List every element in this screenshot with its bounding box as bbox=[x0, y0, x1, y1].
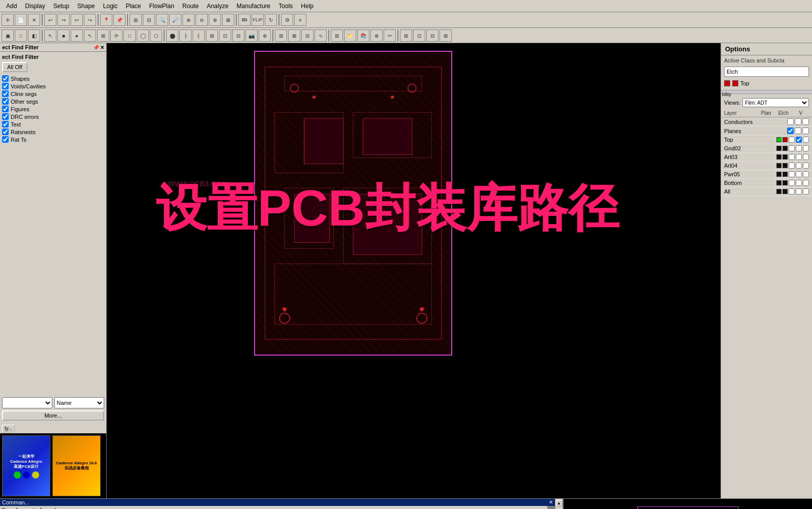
console-content[interactable]: No element found.last pick: 2615.000 189… bbox=[0, 506, 547, 509]
menu-tools[interactable]: Tools bbox=[274, 2, 297, 11]
toolbar2-btn-26[interactable]: 📚 bbox=[357, 29, 369, 42]
checkbox-drc errors[interactable] bbox=[2, 113, 9, 120]
more-button[interactable]: More... bbox=[2, 410, 104, 421]
all-off-button[interactable]: All Off bbox=[2, 62, 27, 72]
menu-add[interactable]: Add bbox=[2, 2, 21, 11]
toolbar2-btn-23[interactable]: ∿ bbox=[315, 29, 327, 42]
toolbar-btn-layers[interactable]: ≡ bbox=[294, 14, 306, 26]
layer-plan-check-pwr05[interactable] bbox=[789, 171, 795, 177]
layer-etch-check-all[interactable] bbox=[796, 188, 802, 195]
filter-dropdown-1[interactable] bbox=[2, 397, 52, 408]
toolbar2-btn-21[interactable]: ⊠ bbox=[288, 29, 300, 42]
checkbox-shapes[interactable] bbox=[2, 75, 9, 82]
toolbar2-btn-27[interactable]: ⊗ bbox=[370, 29, 383, 42]
menu-shape[interactable]: Shape bbox=[73, 2, 99, 11]
toolbar2-btn-29[interactable]: ⊞ bbox=[400, 29, 412, 42]
toolbar2-btn-19[interactable]: ⊕ bbox=[259, 29, 271, 42]
toolbar-btn-settings[interactable]: ⚙ bbox=[281, 14, 293, 26]
menu-manufacture[interactable]: Manufacture bbox=[233, 2, 275, 11]
layer-v-check-art03[interactable] bbox=[803, 154, 809, 160]
layer-etch-check-pwr05[interactable] bbox=[796, 171, 802, 177]
checkbox-ratsnests[interactable] bbox=[2, 129, 9, 135]
toolbar-btn-redo[interactable]: ↪ bbox=[57, 14, 70, 26]
panel-pin-btn[interactable]: 📌 bbox=[93, 45, 99, 50]
toolbar2-btn-cursor[interactable]: ↖ bbox=[84, 29, 96, 42]
toolbar-btn-move[interactable]: ✛ bbox=[2, 14, 14, 26]
toolbar-btn-3d[interactable]: 3D bbox=[238, 14, 251, 26]
toolbar2-btn-3[interactable]: ◧ bbox=[28, 29, 40, 42]
toolbar-btn-pin2[interactable]: 📌 bbox=[113, 14, 126, 26]
console-scrollbar[interactable] bbox=[547, 506, 555, 509]
toolbar2-btn-20[interactable]: ⊞ bbox=[275, 29, 287, 42]
menu-help[interactable]: Help bbox=[297, 2, 318, 11]
side-btn-up[interactable]: ▲ bbox=[556, 500, 563, 506]
conductors-plan-check[interactable] bbox=[787, 118, 794, 125]
layer-etch-check-gnd02[interactable] bbox=[796, 145, 802, 151]
toolbar2-btn-6[interactable]: ● bbox=[71, 29, 83, 42]
layer-plan-check-art03[interactable] bbox=[789, 154, 795, 160]
toolbar2-btn-5[interactable]: ■ bbox=[57, 29, 70, 42]
find-ty-button[interactable]: ty... bbox=[2, 425, 15, 432]
toolbar-btn-zoom-world[interactable]: ⊗ bbox=[209, 14, 221, 26]
checkbox-rat ts[interactable] bbox=[2, 136, 9, 143]
toolbar-btn-zoom-in[interactable]: 🔍 bbox=[156, 14, 168, 26]
toolbar2-btn-4[interactable]: ↖ bbox=[44, 29, 56, 42]
toolbar-btn-new[interactable]: 📄 bbox=[15, 14, 27, 26]
checkbox-cline segs[interactable] bbox=[2, 90, 9, 97]
toolbar2-btn-7[interactable]: ⊞ bbox=[97, 29, 109, 42]
toolbar2-btn-25[interactable]: 📁 bbox=[344, 29, 356, 42]
toolbar2-btn-10[interactable]: ◯ bbox=[137, 29, 149, 42]
checkbox-voids-cavities[interactable] bbox=[2, 83, 9, 89]
layer-plan-check-gnd02[interactable] bbox=[789, 145, 795, 151]
panel-close-btn[interactable]: ✕ bbox=[100, 45, 104, 50]
toolbar2-btn-30[interactable]: ⊡ bbox=[413, 29, 425, 42]
layer-plan-check-art04[interactable] bbox=[789, 163, 795, 169]
filter-dropdown-name[interactable]: Name bbox=[54, 397, 105, 408]
toolbar-btn-flip[interactable]: FLIP bbox=[252, 14, 264, 26]
toolbar2-btn-15[interactable]: ⊞ bbox=[206, 29, 218, 42]
toolbar2-btn-31[interactable]: ⊟ bbox=[426, 29, 439, 42]
layer-plan-check-top[interactable] bbox=[789, 137, 795, 143]
toolbar2-btn-13[interactable]: ├ bbox=[179, 29, 192, 42]
layer-v-check-bottom[interactable] bbox=[803, 180, 809, 186]
toolbar-btn-undo[interactable]: ↩ bbox=[44, 14, 56, 26]
toolbar-btn-grid[interactable]: ⊞ bbox=[130, 14, 142, 26]
planes-plan-check[interactable] bbox=[787, 128, 794, 134]
toolbar-btn-redo2[interactable]: ↪ bbox=[84, 14, 96, 26]
checkbox-other segs[interactable] bbox=[2, 98, 9, 105]
toolbar-btn-zoom-fit[interactable]: ⊕ bbox=[182, 14, 195, 26]
planes-v-check[interactable] bbox=[802, 128, 809, 134]
layer-v-check-pwr05[interactable] bbox=[803, 171, 809, 177]
layer-v-check-gnd02[interactable] bbox=[803, 145, 809, 151]
menu-analyze[interactable]: Analyze bbox=[203, 2, 233, 11]
menu-logic[interactable]: Logic bbox=[99, 2, 122, 11]
toolbar2-btn-32[interactable]: ⊞ bbox=[440, 29, 452, 42]
toolbar-btn-grid2[interactable]: ⊟ bbox=[143, 14, 155, 26]
toolbar-btn-zoom-out[interactable]: 🔎 bbox=[169, 14, 181, 26]
toolbar2-btn-14[interactable]: ┤ bbox=[193, 29, 205, 42]
layer-v-check-top[interactable] bbox=[803, 137, 809, 143]
thumbnail-1[interactable]: 一起来学Cadence Allegro高速PCB设计 bbox=[2, 435, 50, 496]
layer-v-check-art04[interactable] bbox=[803, 163, 809, 169]
menu-setup[interactable]: Setup bbox=[49, 2, 73, 11]
toolbar2-btn-9[interactable]: □ bbox=[123, 29, 136, 42]
toolbar-btn-undo2[interactable]: ↩ bbox=[71, 14, 83, 26]
layer-plan-check-bottom[interactable] bbox=[789, 180, 795, 186]
menu-flowplan[interactable]: FlowPlan bbox=[145, 2, 178, 11]
toolbar2-btn-1[interactable]: ▣ bbox=[2, 29, 14, 42]
layer-etch-check-top[interactable] bbox=[796, 137, 802, 143]
toolbar-btn-spin[interactable]: ↻ bbox=[265, 14, 277, 26]
toolbar2-btn-12[interactable]: ⬤ bbox=[166, 29, 178, 42]
toolbar2-btn-8[interactable]: ⟳ bbox=[110, 29, 122, 42]
toolbar2-btn-28[interactable]: ✂ bbox=[384, 29, 396, 42]
toolbar-btn-close[interactable]: ✕ bbox=[28, 14, 40, 26]
toolbar2-btn-22[interactable]: ⊟ bbox=[301, 29, 314, 42]
toolbar2-btn-11[interactable]: ⬡ bbox=[150, 29, 162, 42]
etch-value-box[interactable]: Etch bbox=[724, 67, 809, 77]
toolbar2-btn-24[interactable]: ⊞ bbox=[331, 29, 343, 42]
console-close-btn[interactable]: ✕ bbox=[549, 499, 553, 505]
menu-route[interactable]: Route bbox=[178, 2, 203, 11]
layer-v-check-all[interactable] bbox=[803, 188, 809, 195]
checkbox-text[interactable] bbox=[2, 121, 9, 128]
layer-etch-check-art03[interactable] bbox=[796, 154, 802, 160]
